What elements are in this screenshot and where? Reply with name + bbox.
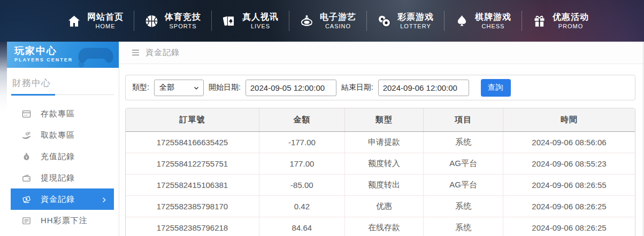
- sidebar-section-title: 財務中心: [7, 68, 119, 94]
- sidebar-item-4[interactable]: 提現記錄: [7, 167, 119, 188]
- column-header: 金額: [259, 108, 344, 131]
- table-cell: -85.00: [259, 174, 344, 195]
- nav-item-promo[interactable]: 优惠活动PROMO: [522, 0, 599, 42]
- funds-table: 訂單號金額類型項目時間 1725584166635425-177.00申请提款系…: [125, 108, 635, 236]
- chevron-down-icon: [193, 84, 200, 91]
- table-cell: 2024-09-06 08:26:25: [503, 195, 635, 217]
- table-cell: 177.00: [259, 153, 344, 174]
- nav-item-lottery[interactable]: 彩票游戏LOTTERY: [367, 0, 444, 42]
- wallet-icon: [21, 173, 32, 183]
- nav-item-text: 体育竞技SPORTS: [165, 12, 201, 30]
- table-cell: 系统: [424, 195, 503, 217]
- column-header: 訂單號: [126, 108, 259, 131]
- start-date-label: 開始日期:: [209, 83, 241, 92]
- nav-label-en: CASINO: [325, 23, 351, 30]
- sidebar-item-3[interactable]: 充值記錄: [7, 146, 119, 167]
- banknotes-icon: [21, 194, 32, 204]
- page-title: 資金記錄: [145, 48, 180, 58]
- table-cell: AG平台: [424, 174, 503, 195]
- type-select[interactable]: 全部: [154, 80, 204, 96]
- table-cell: -177.00: [259, 131, 344, 153]
- nav-item-casino[interactable]: 电子游艺CASINO: [289, 0, 366, 42]
- column-header: 項目: [424, 108, 503, 131]
- table-cell: 1725582385798170: [126, 195, 259, 217]
- sidebar-item-label: 取款專區: [41, 130, 75, 140]
- sidebar-item-6[interactable]: HH彩票下注: [7, 210, 119, 231]
- top-navigation: 网站首页HOME体育竞技SPORTS真人视讯LIVES电子游艺CASINO彩票游…: [0, 0, 644, 42]
- nav-label-zh: 彩票游戏: [397, 12, 434, 22]
- sidebar-item-2[interactable]: 取款專區: [7, 124, 119, 146]
- nav-label-en: HOME: [96, 23, 116, 30]
- menu-toggle-icon[interactable]: [131, 48, 140, 57]
- roulette-icon: [300, 14, 314, 28]
- deposit-card-icon: [21, 109, 32, 119]
- table-cell: 2024-09-06 08:55:23: [503, 153, 635, 174]
- nav-label-zh: 真人视讯: [242, 12, 279, 22]
- table-cell: 84.64: [259, 217, 344, 236]
- nav-item-home[interactable]: 网站首页HOME: [57, 0, 134, 42]
- table-cell: 2024-09-06 08:26:55: [503, 174, 635, 195]
- table-row: 1725584166635425-177.00申请提款系统2024-09-06 …: [126, 131, 635, 153]
- nav-label-en: SPORTS: [169, 23, 196, 30]
- nav-label-zh: 电子游艺: [320, 12, 356, 22]
- sidebar-item-label: HH彩票下注: [41, 216, 88, 226]
- sidebar-item-label: 充值記錄: [41, 152, 75, 162]
- end-date-label: 結束日期:: [341, 83, 373, 92]
- sidebar-item-1[interactable]: 存款專區: [7, 103, 119, 124]
- page-body: 玩家中心 PLAYERS CENTER 財務中心 存款專區取款專區充值記錄提現記…: [0, 42, 644, 236]
- sidebar-menu: 存款專區取款專區充值記錄提現記錄資金記錄HH彩票下注廳室投註記錄: [7, 103, 119, 236]
- section-divider: [11, 94, 114, 96]
- table-cell: 额度转出: [344, 174, 424, 195]
- chevron-right-icon: [101, 196, 108, 203]
- nav-label-en: PROMO: [558, 23, 584, 30]
- table-header-row: 訂單號金額類型項目時間: [126, 108, 635, 131]
- column-header: 時間: [503, 108, 635, 131]
- nav-item-text: 棋牌游戏CHESS: [475, 12, 511, 30]
- nav-item-text: 优惠活动PROMO: [553, 12, 589, 30]
- hand-coins-icon: [21, 130, 32, 140]
- end-date-input[interactable]: [378, 80, 469, 96]
- sidebar-item-label: 資金記錄: [41, 194, 75, 204]
- sidebar: 玩家中心 PLAYERS CENTER 財務中心 存款專區取款專區充值記錄提現記…: [7, 42, 119, 236]
- table-cell: 1725584166635425: [126, 131, 259, 153]
- table-cell: 系统: [424, 217, 503, 236]
- main-content: 資金記錄 類型: 全部 開始日期: 結束日期: 查詢 訂單號金額類型項目時間: [119, 42, 644, 236]
- table-cell: 系统: [424, 131, 503, 153]
- table-cell: 在线存款: [344, 217, 424, 236]
- spade-icon: [455, 14, 469, 28]
- table-cell: 1725582385796218: [126, 217, 259, 236]
- nav-label-en: CHESS: [482, 23, 505, 30]
- nav-label-zh: 网站首页: [87, 12, 124, 22]
- home-icon: [67, 14, 81, 28]
- filter-bar: 類型: 全部 開始日期: 結束日期: 查詢: [125, 75, 635, 100]
- cards-icon: [222, 14, 236, 28]
- table-cell: AG平台: [424, 153, 503, 174]
- sidebar-item-7[interactable]: 廳室投註記錄: [7, 231, 119, 236]
- nav-item-text: 彩票游戏LOTTERY: [397, 12, 434, 30]
- start-date-input[interactable]: [246, 80, 336, 96]
- column-header: 類型: [344, 108, 424, 131]
- table-row: 17255823857981700.42优惠系统2024-09-06 08:26…: [126, 195, 635, 217]
- page-background-strip: [0, 42, 7, 236]
- nav-item-text: 真人视讯LIVES: [242, 12, 279, 30]
- search-button[interactable]: 查詢: [481, 79, 511, 97]
- nav-item-sports[interactable]: 体育竞技SPORTS: [134, 0, 211, 42]
- table-cell: 2024-09-06 08:56:06: [503, 131, 635, 153]
- nav-item-lives[interactable]: 真人视讯LIVES: [212, 0, 289, 42]
- table-cell: 1725582415106381: [126, 174, 259, 195]
- lottery-balls-icon: [377, 14, 392, 28]
- nav-label-zh: 优惠活动: [553, 12, 589, 22]
- gift-icon: [532, 14, 547, 28]
- nav-item-chess[interactable]: 棋牌游戏CHESS: [444, 0, 522, 42]
- nav-label-en: LOTTERY: [400, 23, 431, 30]
- table-cell: 优惠: [344, 195, 424, 217]
- breadcrumb: 資金記錄: [119, 42, 644, 64]
- sidebar-header: 玩家中心 PLAYERS CENTER: [7, 42, 119, 68]
- table-cell: 额度转入: [344, 153, 424, 174]
- table-row: 1725582415106381-85.00额度转出AG平台2024-09-06…: [126, 174, 635, 195]
- money-bag-icon: [21, 152, 32, 162]
- type-label: 類型:: [132, 83, 149, 92]
- sidebar-item-5[interactable]: 資金記錄: [11, 188, 114, 210]
- page-right-border: [643, 42, 643, 236]
- basketball-icon: [144, 14, 159, 28]
